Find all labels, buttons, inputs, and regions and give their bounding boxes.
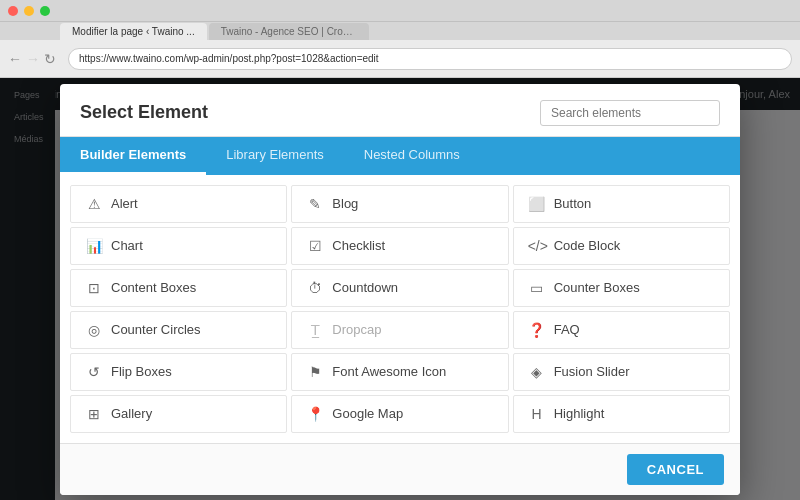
element-item-content-boxes[interactable]: ⊡Content Boxes [70, 269, 287, 307]
element-item-countdown[interactable]: ⏱Countdown [291, 269, 508, 307]
refresh-button[interactable]: ↻ [44, 51, 56, 67]
element-label: Alert [111, 196, 138, 211]
element-icon: H [528, 406, 546, 422]
element-item-code-block[interactable]: </>Code Block [513, 227, 730, 265]
mac-fullscreen-dot[interactable] [40, 6, 50, 16]
tab-library-elements[interactable]: Library Elements [206, 137, 344, 175]
element-item-blog[interactable]: ✎Blog [291, 185, 508, 223]
element-label: Fusion Slider [554, 364, 630, 379]
dialog-title: Select Element [80, 102, 208, 123]
back-button[interactable]: ← [8, 51, 22, 67]
element-icon: ⊞ [85, 406, 103, 422]
element-icon: ☑ [306, 238, 324, 254]
mac-minimize-dot[interactable] [24, 6, 34, 16]
element-icon: T̲ [306, 322, 324, 338]
element-item-faq[interactable]: ❓FAQ [513, 311, 730, 349]
element-icon: </> [528, 238, 546, 254]
element-icon: ❓ [528, 322, 546, 338]
element-label: Highlight [554, 406, 605, 421]
element-item-dropcap: T̲Dropcap [291, 311, 508, 349]
element-label: Blog [332, 196, 358, 211]
browser-toolbar: ← → ↻ https://www.twaino.com/wp-admin/po… [0, 40, 800, 78]
select-element-dialog: Select Element Builder Elements Library … [60, 84, 740, 495]
element-icon: ↺ [85, 364, 103, 380]
element-label: Gallery [111, 406, 152, 421]
element-item-flip-boxes[interactable]: ↺Flip Boxes [70, 353, 287, 391]
dialog-footer: CANCEL [60, 443, 740, 495]
element-icon: ⏱ [306, 280, 324, 296]
element-icon: 📊 [85, 238, 103, 254]
element-item-counter-circles[interactable]: ◎Counter Circles [70, 311, 287, 349]
element-item-fusion-slider[interactable]: ◈Fusion Slider [513, 353, 730, 391]
browser-tab-1[interactable]: Modifier la page ‹ Twaino ... [60, 23, 207, 40]
element-label: Font Awesome Icon [332, 364, 446, 379]
element-label: Counter Boxes [554, 280, 640, 295]
element-label: Button [554, 196, 592, 211]
element-icon: ⚠ [85, 196, 103, 212]
element-label: Counter Circles [111, 322, 201, 337]
modal-overlay: Select Element Builder Elements Library … [0, 78, 800, 500]
element-item-font-awesome-icon[interactable]: ⚑Font Awesome Icon [291, 353, 508, 391]
address-bar[interactable]: https://www.twaino.com/wp-admin/post.php… [68, 48, 792, 70]
element-item-highlight[interactable]: HHighlight [513, 395, 730, 433]
tab-nested-columns[interactable]: Nested Columns [344, 137, 480, 175]
tab-builder-elements[interactable]: Builder Elements [60, 137, 206, 175]
search-input[interactable] [540, 100, 720, 126]
element-item-alert[interactable]: ⚠Alert [70, 185, 287, 223]
elements-grid: ⚠Alert✎Blog⬜Button📊Chart☑Checklist</>Cod… [60, 175, 740, 443]
element-label: Google Map [332, 406, 403, 421]
element-label: Checklist [332, 238, 385, 253]
browser-tab-bar: Modifier la page ‹ Twaino ... Twaino - A… [0, 22, 800, 40]
element-item-chart[interactable]: 📊Chart [70, 227, 287, 265]
element-icon: ✎ [306, 196, 324, 212]
element-icon: ◎ [85, 322, 103, 338]
element-label: Code Block [554, 238, 620, 253]
mac-titlebar [0, 0, 800, 22]
browser-tab-2[interactable]: Twaino - Agence SEO | Cross... [209, 23, 369, 40]
element-label: Chart [111, 238, 143, 253]
element-item-button[interactable]: ⬜Button [513, 185, 730, 223]
cancel-button[interactable]: CANCEL [627, 454, 724, 485]
element-icon: ⚑ [306, 364, 324, 380]
forward-button: → [26, 51, 40, 67]
element-label: Countdown [332, 280, 398, 295]
element-icon: ▭ [528, 280, 546, 296]
element-label: Content Boxes [111, 280, 196, 295]
element-icon: 📍 [306, 406, 324, 422]
element-item-checklist[interactable]: ☑Checklist [291, 227, 508, 265]
dialog-header: Select Element [60, 84, 740, 137]
mac-close-dot[interactable] [8, 6, 18, 16]
tabs-bar: Builder Elements Library Elements Nested… [60, 137, 740, 175]
element-icon: ⊡ [85, 280, 103, 296]
element-icon: ⬜ [528, 196, 546, 212]
element-item-counter-boxes[interactable]: ▭Counter Boxes [513, 269, 730, 307]
element-label: Flip Boxes [111, 364, 172, 379]
element-label: Dropcap [332, 322, 381, 337]
element-item-gallery[interactable]: ⊞Gallery [70, 395, 287, 433]
element-label: FAQ [554, 322, 580, 337]
element-icon: ◈ [528, 364, 546, 380]
element-item-google-map[interactable]: 📍Google Map [291, 395, 508, 433]
